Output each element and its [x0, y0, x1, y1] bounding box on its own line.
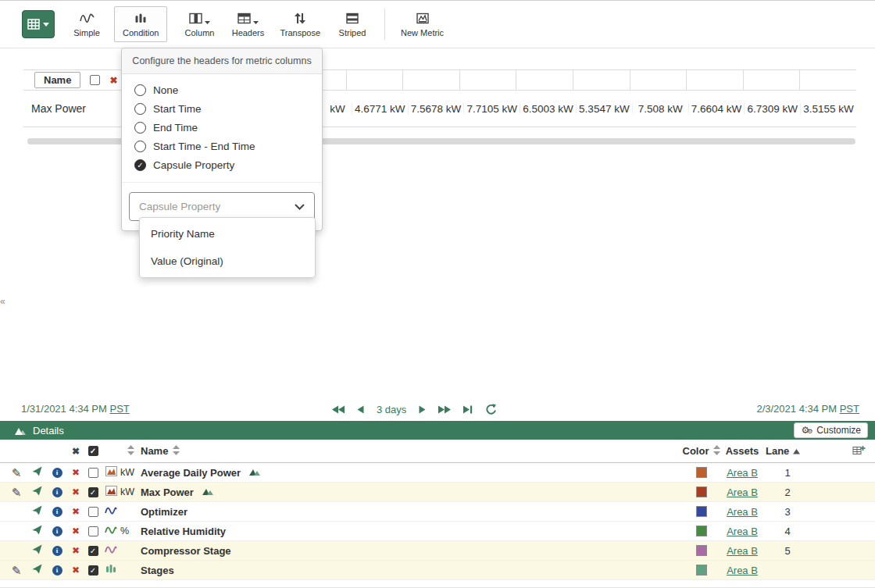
toolbar-label: Transpose	[280, 28, 320, 37]
info-icon[interactable]: i	[52, 507, 62, 517]
name-column-header[interactable]: Name	[34, 72, 80, 88]
radio-icon[interactable]	[134, 103, 146, 115]
toolbar-button-condition[interactable]: Condition	[114, 6, 167, 42]
sort-icon[interactable]	[173, 445, 180, 458]
row-checkbox[interactable]: ✓	[88, 487, 98, 497]
radio-icon[interactable]	[134, 84, 146, 96]
refresh-icon[interactable]	[485, 404, 496, 415]
chevron-down-icon	[205, 21, 210, 24]
column-header-color[interactable]: Color	[683, 445, 709, 457]
remove-icon[interactable]: ✖	[72, 565, 80, 576]
range-duration[interactable]: 3 days	[377, 404, 406, 415]
condition-icon	[134, 12, 147, 24]
column-header-name[interactable]: Name	[141, 445, 168, 457]
info-icon[interactable]: i	[52, 546, 62, 556]
toolbar-button-headers[interactable]: Headers	[231, 11, 264, 37]
toolbar-button-column[interactable]: Column	[183, 11, 216, 37]
item-name[interactable]: Average Daily Power	[141, 467, 241, 479]
timezone-link[interactable]: PST	[840, 403, 859, 415]
edit-icon[interactable]: ✎	[12, 565, 22, 576]
paper-plane-icon[interactable]	[32, 466, 42, 479]
info-icon[interactable]: i	[52, 565, 62, 576]
paper-plane-icon[interactable]	[32, 525, 42, 537]
asset-link[interactable]: Area B	[727, 565, 758, 576]
toolbar-label: Striped	[339, 28, 366, 37]
step-forward-full-button[interactable]	[438, 405, 451, 414]
paper-plane-icon[interactable]	[32, 486, 42, 498]
color-swatch[interactable]	[696, 506, 707, 517]
radio-option[interactable]: Start Time	[134, 99, 309, 118]
paper-plane-icon[interactable]	[32, 564, 42, 576]
row-checkbox[interactable]: ✓	[88, 565, 98, 576]
radio-selected-icon[interactable]: ✓	[134, 159, 146, 171]
color-swatch[interactable]	[696, 467, 707, 478]
menu-item[interactable]: Priority Name	[140, 220, 315, 248]
remove-icon[interactable]: ✖	[109, 75, 117, 86]
info-icon[interactable]: i	[52, 487, 62, 497]
column-header-assets[interactable]: Assets	[726, 445, 759, 457]
toolbar-button-new-metric[interactable]: New Metric	[401, 11, 444, 37]
remove-icon[interactable]: ✖	[72, 467, 80, 478]
remove-icon[interactable]: ✖	[72, 506, 80, 517]
asset-link[interactable]: Area B	[727, 545, 758, 557]
edit-icon[interactable]: ✎	[12, 467, 22, 479]
sort-icon[interactable]	[127, 445, 134, 458]
range-end[interactable]: 2/3/2021 4:34 PM	[756, 403, 837, 415]
row-checkbox[interactable]	[88, 468, 98, 478]
timezone-link[interactable]: PST	[109, 403, 129, 415]
radio-option[interactable]: Start Time - End Time	[134, 137, 309, 155]
remove-icon[interactable]: ✖	[72, 526, 80, 536]
color-swatch[interactable]	[696, 486, 707, 497]
item-name[interactable]: Max Power	[141, 486, 194, 498]
menu-item[interactable]: Value (Original)	[140, 248, 315, 275]
row-checkbox[interactable]	[88, 526, 98, 536]
radio-icon[interactable]	[134, 122, 146, 134]
item-name[interactable]: Stages	[141, 565, 174, 576]
radio-icon[interactable]	[134, 141, 146, 152]
step-back-full-button[interactable]	[332, 405, 345, 414]
customize-button[interactable]: ⚙⚙ Customize	[794, 422, 868, 438]
select-all-checkbox[interactable]: ✓	[88, 446, 98, 456]
toolbar-button-simple[interactable]: Simple	[70, 11, 103, 37]
select-all-checkbox[interactable]	[90, 75, 100, 85]
paper-plane-icon[interactable]	[32, 505, 42, 518]
metric-column-header	[573, 70, 630, 90]
asset-link[interactable]: Area B	[727, 526, 758, 537]
color-swatch[interactable]	[696, 526, 707, 536]
remove-icon[interactable]: ✖	[72, 486, 80, 497]
remove-all-icon[interactable]: ✖	[72, 446, 80, 457]
remove-icon[interactable]: ✖	[72, 545, 80, 556]
asset-link[interactable]: Area B	[727, 486, 758, 498]
step-back-half-button[interactable]	[357, 405, 364, 414]
striped-icon	[346, 12, 359, 24]
asset-link[interactable]: Area B	[727, 506, 758, 518]
sort-ascending-icon[interactable]	[793, 445, 800, 457]
item-name[interactable]: Relative Humidity	[141, 526, 226, 537]
item-name[interactable]: Compressor Stage	[141, 545, 231, 557]
radio-list: NoneStart TimeEnd TimeStart Time - End T…	[122, 74, 322, 174]
add-column-icon[interactable]	[852, 445, 866, 458]
radio-option[interactable]: ✓Capsule Property	[134, 155, 309, 174]
radio-option[interactable]: End Time	[134, 118, 309, 137]
table-column-icon	[189, 12, 202, 24]
table-view-button[interactable]	[22, 10, 55, 38]
toolbar-button-transpose[interactable]: Transpose	[280, 11, 320, 37]
paper-plane-icon[interactable]	[32, 544, 42, 557]
step-to-now-button[interactable]	[463, 405, 473, 414]
item-name[interactable]: Optimizer	[141, 506, 188, 518]
toolbar-button-striped[interactable]: Striped	[336, 11, 369, 37]
range-start[interactable]: 1/31/2021 4:34 PM	[21, 403, 107, 415]
radio-option[interactable]: None	[134, 80, 309, 99]
asset-link[interactable]: Area B	[727, 467, 758, 479]
collapse-panel-icon[interactable]: «	[0, 293, 9, 310]
info-icon[interactable]: i	[52, 468, 62, 478]
row-checkbox[interactable]	[88, 507, 98, 517]
step-forward-half-button[interactable]	[419, 405, 426, 414]
radio-label: Capsule Property	[153, 159, 234, 171]
column-header-lane[interactable]: Lane	[766, 445, 789, 457]
color-swatch[interactable]	[696, 545, 707, 556]
info-icon[interactable]: i	[52, 526, 62, 536]
color-swatch[interactable]	[696, 565, 707, 576]
row-checkbox[interactable]: ✓	[88, 546, 98, 556]
edit-icon[interactable]: ✎	[12, 486, 22, 498]
